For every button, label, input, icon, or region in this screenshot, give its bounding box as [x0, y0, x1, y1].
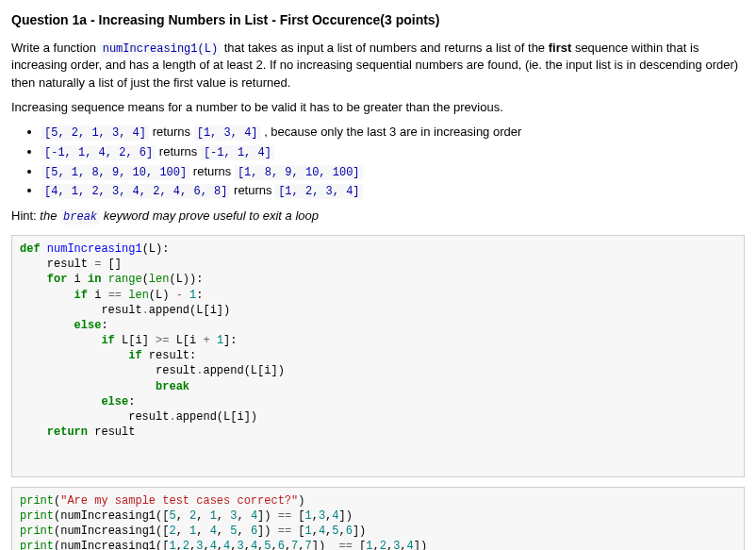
code-text: [ — [353, 540, 366, 550]
kw-else: else — [101, 395, 128, 408]
num: 1 — [169, 540, 175, 550]
string: "Are my sample test cases correct?" — [60, 494, 298, 508]
code-text: (L): — [142, 242, 170, 256]
code-cell-tests[interactable]: print("Are my sample test cases correct?… — [11, 487, 745, 550]
code-text: , — [217, 525, 230, 538]
code-text: , — [217, 540, 223, 550]
num: 1 — [305, 525, 312, 538]
code-text: [] — [101, 258, 122, 271]
op: >= — [156, 334, 169, 347]
code-text: : — [196, 289, 203, 302]
code-text: result — [20, 364, 196, 377]
num: 1 — [217, 334, 223, 347]
num: 6 — [278, 540, 285, 550]
num: 5 — [169, 509, 175, 523]
code-text: append(L[i]) — [149, 304, 230, 317]
code-text — [183, 289, 189, 302]
op: . — [142, 304, 149, 317]
code-text: (L) — [149, 289, 176, 302]
builtin-print: print — [20, 525, 54, 538]
code-text: result — [20, 304, 142, 317]
code-text: i — [67, 273, 88, 286]
code-text: : — [128, 395, 135, 408]
code-text: result — [20, 410, 169, 424]
num: 4 — [407, 540, 414, 550]
op: == — [278, 509, 291, 523]
code-text — [20, 319, 74, 332]
code-text — [20, 380, 156, 393]
code-text: (numIncreasing1([ — [54, 525, 169, 538]
example-input: [4, 1, 2, 3, 4, 2, 4, 6, 8] — [41, 184, 230, 199]
kw-break: break — [156, 380, 189, 393]
num: 1 — [366, 540, 372, 550]
code-text: , — [203, 540, 209, 550]
kw-for: for — [47, 273, 68, 286]
num: 5 — [332, 525, 338, 538]
code-text: ]: — [223, 334, 237, 347]
example-mid: returns — [156, 144, 201, 158]
example-mid: returns — [149, 125, 194, 139]
code-text — [20, 395, 101, 408]
code-cell-function[interactable]: def numIncreasing1(L): result = [] for i… — [11, 235, 745, 477]
code-text: , — [312, 509, 319, 523]
code-text: , — [196, 525, 209, 538]
num: 4 — [251, 509, 257, 523]
num: 4 — [332, 509, 338, 523]
example-output: [1, 3, 4] — [194, 125, 261, 141]
code-text — [20, 289, 74, 302]
code-text: ]) — [414, 540, 427, 550]
code-text — [20, 334, 101, 347]
builtin-print: print — [20, 540, 54, 550]
code-text: (numIncreasing1([ — [54, 540, 169, 550]
examples-list: [5, 2, 1, 3, 4] returns [1, 3, 4] , beca… — [11, 124, 745, 200]
kw-def: def — [20, 242, 47, 256]
code-text: result — [88, 425, 135, 439]
code-text — [101, 273, 107, 286]
code-text: ]) — [353, 525, 366, 538]
op: - — [176, 289, 183, 302]
hint-label: Hint: — [11, 208, 40, 223]
question-title: Question 1a - Increasing Numbers in List… — [11, 11, 745, 30]
example-input: [5, 1, 8, 9, 10, 100] — [41, 165, 189, 180]
example-output: [1, 8, 9, 10, 100] — [235, 165, 363, 180]
num: 2 — [169, 525, 175, 538]
code-text: (numIncreasing1([ — [54, 509, 169, 523]
kw-else: else — [74, 319, 102, 332]
op: == — [278, 525, 291, 538]
num: 4 — [210, 525, 217, 538]
num: 1 — [210, 509, 217, 523]
num: 4 — [210, 540, 217, 550]
code-text: , — [176, 540, 183, 550]
kw-return: return — [47, 425, 88, 439]
code-text: : — [101, 319, 107, 332]
builtin-print: print — [20, 494, 54, 508]
list-item: [5, 1, 8, 9, 10, 100] returns [1, 8, 9, … — [41, 163, 745, 181]
example-mid: returns — [230, 183, 275, 197]
function-signature: numIncreasing1(L) — [100, 42, 221, 57]
code-text: result — [20, 258, 94, 271]
num: 7 — [305, 540, 312, 550]
builtin-len: len — [149, 273, 170, 286]
code-text: (L)): — [169, 273, 203, 286]
code-text: , — [339, 525, 346, 538]
kw-if: if — [128, 349, 141, 362]
code-text: ]) — [257, 525, 278, 538]
code-text — [20, 349, 128, 362]
intro-first-bold: first — [549, 41, 572, 55]
code-text: , — [312, 525, 319, 538]
example-tail: , because only the last 3 are in increas… — [261, 125, 522, 139]
code-text: append(L[i]) — [203, 364, 284, 377]
num: 6 — [251, 525, 257, 538]
code-text: ]) — [312, 540, 339, 550]
example-output: [1, 2, 3, 4] — [275, 184, 362, 199]
code-text: , — [271, 540, 277, 550]
num: 2 — [380, 540, 386, 550]
code-text: i — [88, 289, 108, 302]
op: == — [339, 540, 353, 550]
example-input: [-1, 1, 4, 2, 6] — [41, 145, 156, 160]
code-text: append(L[i]) — [176, 410, 257, 424]
builtin-print: print — [20, 509, 54, 523]
code-text: , — [176, 525, 189, 538]
code-text: , — [244, 540, 251, 550]
builtin-range: range — [108, 273, 142, 286]
